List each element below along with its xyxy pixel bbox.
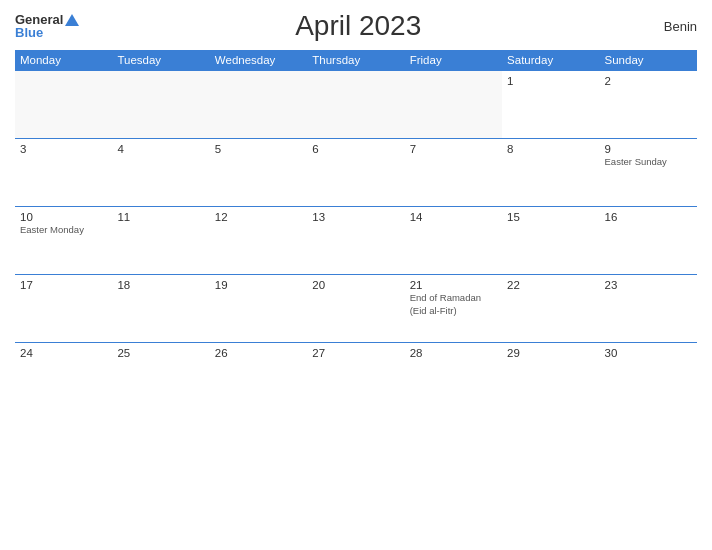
calendar-cell: 22 — [502, 275, 599, 343]
day-number: 9 — [605, 143, 692, 155]
calendar-cell: 5 — [210, 139, 307, 207]
day-number: 21 — [410, 279, 497, 291]
calendar-cell: 12 — [210, 207, 307, 275]
calendar-title: April 2023 — [79, 10, 637, 42]
calendar-cell: 7 — [405, 139, 502, 207]
day-number: 28 — [410, 347, 497, 359]
day-event: Easter Sunday — [605, 156, 667, 167]
header: General Blue April 2023 Benin — [15, 10, 697, 42]
calendar-cell: 26 — [210, 343, 307, 411]
calendar-cell: 17 — [15, 275, 112, 343]
calendar-cell — [15, 71, 112, 139]
day-number: 7 — [410, 143, 497, 155]
calendar-cell: 28 — [405, 343, 502, 411]
calendar-cell — [307, 71, 404, 139]
day-number: 17 — [20, 279, 107, 291]
calendar-page: General Blue April 2023 Benin Monday Tue… — [0, 0, 712, 550]
calendar-cell: 11 — [112, 207, 209, 275]
day-number: 4 — [117, 143, 204, 155]
calendar-cell: 10Easter Monday — [15, 207, 112, 275]
day-number: 18 — [117, 279, 204, 291]
day-number: 6 — [312, 143, 399, 155]
header-saturday: Saturday — [502, 50, 599, 71]
day-number: 24 — [20, 347, 107, 359]
calendar-cell: 6 — [307, 139, 404, 207]
day-number: 12 — [215, 211, 302, 223]
header-thursday: Thursday — [307, 50, 404, 71]
calendar-cell: 1 — [502, 71, 599, 139]
day-number: 30 — [605, 347, 692, 359]
logo: General Blue — [15, 13, 79, 39]
header-monday: Monday — [15, 50, 112, 71]
day-number: 27 — [312, 347, 399, 359]
calendar-cell: 29 — [502, 343, 599, 411]
day-number: 19 — [215, 279, 302, 291]
day-number: 29 — [507, 347, 594, 359]
day-number: 23 — [605, 279, 692, 291]
calendar-cell: 13 — [307, 207, 404, 275]
calendar-cell: 3 — [15, 139, 112, 207]
calendar-cell: 27 — [307, 343, 404, 411]
country-label: Benin — [637, 19, 697, 34]
day-number: 22 — [507, 279, 594, 291]
calendar-cell: 2 — [600, 71, 697, 139]
calendar-cell: 16 — [600, 207, 697, 275]
day-number: 16 — [605, 211, 692, 223]
calendar-cell: 19 — [210, 275, 307, 343]
day-number: 3 — [20, 143, 107, 155]
day-number: 5 — [215, 143, 302, 155]
calendar-table: Monday Tuesday Wednesday Thursday Friday… — [15, 50, 697, 411]
weekday-header-row: Monday Tuesday Wednesday Thursday Friday… — [15, 50, 697, 71]
calendar-cell: 18 — [112, 275, 209, 343]
calendar-cell — [112, 71, 209, 139]
day-number: 15 — [507, 211, 594, 223]
calendar-cell: 4 — [112, 139, 209, 207]
calendar-cell: 21End of Ramadan (Eid al-Fitr) — [405, 275, 502, 343]
logo-blue-text: Blue — [15, 26, 43, 39]
day-event: End of Ramadan (Eid al-Fitr) — [410, 292, 481, 316]
calendar-cell: 20 — [307, 275, 404, 343]
calendar-week-row: 3456789Easter Sunday — [15, 139, 697, 207]
header-wednesday: Wednesday — [210, 50, 307, 71]
day-number: 1 — [507, 75, 594, 87]
calendar-cell: 8 — [502, 139, 599, 207]
calendar-cell: 15 — [502, 207, 599, 275]
calendar-cell: 30 — [600, 343, 697, 411]
header-tuesday: Tuesday — [112, 50, 209, 71]
day-number: 10 — [20, 211, 107, 223]
header-sunday: Sunday — [600, 50, 697, 71]
day-number: 8 — [507, 143, 594, 155]
day-number: 11 — [117, 211, 204, 223]
calendar-cell — [405, 71, 502, 139]
day-event: Easter Monday — [20, 224, 84, 235]
calendar-cell — [210, 71, 307, 139]
day-number: 26 — [215, 347, 302, 359]
day-number: 13 — [312, 211, 399, 223]
calendar-week-row: 10Easter Monday111213141516 — [15, 207, 697, 275]
calendar-week-row: 1718192021End of Ramadan (Eid al-Fitr)22… — [15, 275, 697, 343]
header-friday: Friday — [405, 50, 502, 71]
calendar-cell: 9Easter Sunday — [600, 139, 697, 207]
calendar-week-row: 24252627282930 — [15, 343, 697, 411]
calendar-week-row: 12 — [15, 71, 697, 139]
day-number: 20 — [312, 279, 399, 291]
calendar-cell: 14 — [405, 207, 502, 275]
calendar-cell: 23 — [600, 275, 697, 343]
logo-triangle-icon — [65, 14, 79, 26]
day-number: 14 — [410, 211, 497, 223]
calendar-cell: 24 — [15, 343, 112, 411]
calendar-cell: 25 — [112, 343, 209, 411]
day-number: 25 — [117, 347, 204, 359]
day-number: 2 — [605, 75, 692, 87]
